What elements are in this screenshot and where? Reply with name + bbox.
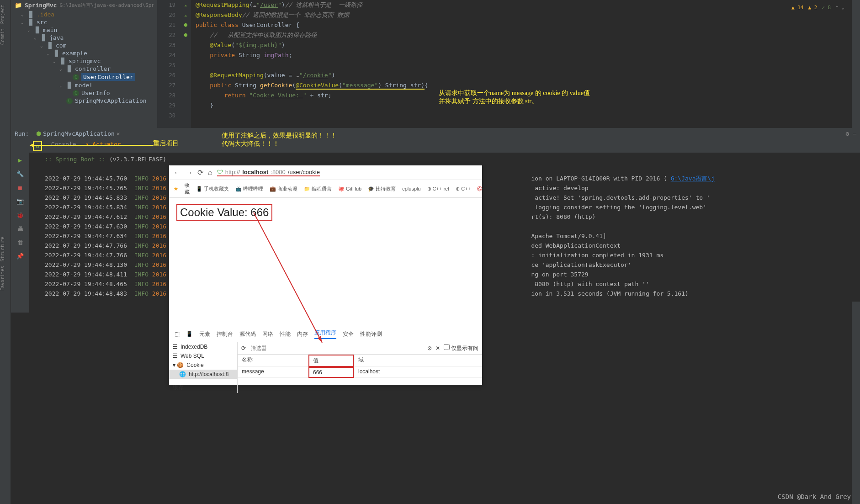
stop-icon[interactable]: ■ bbox=[15, 182, 26, 193]
tree-item[interactable]: ⌄▉.idea bbox=[11, 11, 157, 18]
code-area[interactable]: @RequestMapping(☁"/user")// 这就相当于是 一级路径 … bbox=[191, 0, 849, 128]
project-icon: 📁 bbox=[15, 2, 22, 9]
inspect-icon[interactable]: ⬚ bbox=[175, 331, 180, 337]
folder-icon: ▉ bbox=[66, 66, 73, 72]
bookmark-item[interactable]: 📺 哔哩哔哩 bbox=[235, 186, 263, 192]
sidebar-item[interactable]: ☰ Web SQL bbox=[169, 351, 237, 361]
project-header[interactable]: 📁 SpringMvc G:\Java语言\java-ee-advanced\S… bbox=[11, 0, 157, 11]
class-icon: C bbox=[66, 98, 73, 104]
tree-item[interactable]: ⌄▉com bbox=[11, 42, 157, 49]
folder-icon: ▉ bbox=[28, 11, 34, 18]
close-icon[interactable]: ✕ bbox=[435, 345, 440, 351]
bookmark-item[interactable]: ⊕ C++ ref bbox=[427, 186, 450, 192]
tree-item[interactable]: ⌄▉model bbox=[11, 81, 157, 89]
tree-item[interactable]: ⌄▉controller bbox=[11, 65, 157, 73]
refresh-icon[interactable]: ⟳ bbox=[241, 345, 246, 351]
col-domain[interactable]: 域 bbox=[354, 355, 482, 367]
tab-commit[interactable]: Commit bbox=[0, 28, 5, 45]
line-gutter: 192021222324252627282930 bbox=[157, 0, 180, 128]
rerun-button[interactable]: ↻ bbox=[33, 141, 42, 151]
warning-icon: ▲ 14 bbox=[791, 5, 804, 11]
lock-icon: 🛡 bbox=[217, 169, 223, 175]
tree-item[interactable]: ⌄▉main bbox=[11, 26, 157, 34]
sidebar-item-selected[interactable]: 🌐 http://localhost:8 bbox=[169, 370, 237, 379]
actuator-tab[interactable]: ⚡ Actuator bbox=[85, 141, 121, 151]
tree-item[interactable]: CUserController bbox=[11, 73, 157, 81]
checkbox-only-issues[interactable]: 仅显示有问 bbox=[444, 344, 478, 352]
run-label: Run: bbox=[15, 130, 29, 137]
dev-tab[interactable]: 源代码 bbox=[239, 330, 256, 338]
camera-icon[interactable]: 📷 bbox=[15, 196, 26, 207]
back-icon[interactable]: ← bbox=[174, 169, 181, 177]
ok-icon: ✓ 8 bbox=[822, 5, 831, 11]
bookmark-item[interactable]: ⊕ C++ bbox=[456, 186, 471, 192]
cell-domain[interactable]: localhost bbox=[354, 367, 482, 378]
forward-icon[interactable]: → bbox=[186, 169, 193, 177]
bookmark-item[interactable]: Ⓒ CSDN博 bbox=[477, 186, 482, 192]
cell-name[interactable]: message bbox=[238, 367, 308, 378]
clear-icon[interactable]: ⊘ bbox=[427, 345, 432, 351]
dev-tab[interactable]: 性能 bbox=[280, 330, 291, 338]
col-value[interactable]: 值 bbox=[308, 355, 354, 367]
bug-icon[interactable]: 🐞 bbox=[15, 209, 26, 220]
run-header: Run: ⬢ SpringMvcApplication × ⚙ — bbox=[11, 128, 860, 139]
bookmarks-bar: ★收藏 📱 手机收藏夹 📺 哔哩哔哩 💼 商业动漫 📁 编程语言 🐙 GitHu… bbox=[169, 180, 482, 198]
cache-label: 缓存 bbox=[169, 382, 237, 393]
project-path: G:\Java语言\java-ee-advanced\SpringM bbox=[59, 2, 154, 9]
tree-item[interactable]: ⌄▉springmvc bbox=[11, 57, 157, 65]
class-icon: C bbox=[73, 90, 79, 96]
tool-icon[interactable]: 🔧 bbox=[15, 168, 26, 179]
bookmark-item[interactable]: 🎓 比特教育 bbox=[368, 186, 396, 192]
cell-value[interactable]: 666 bbox=[308, 367, 354, 378]
pin-icon[interactable]: 📌 bbox=[15, 250, 26, 261]
dev-tab[interactable]: 元素 bbox=[199, 330, 210, 338]
run-config-tab[interactable]: ⬢ SpringMvcApplication × bbox=[32, 129, 123, 138]
print-icon[interactable]: 🖶 bbox=[15, 223, 26, 234]
annotation-restart: 重启项目 bbox=[153, 139, 179, 148]
bookmark-item[interactable]: 💼 商业动漫 bbox=[270, 186, 297, 192]
filter-input[interactable] bbox=[250, 344, 424, 352]
bookmark-item[interactable]: 📱 手机收藏夹 bbox=[196, 186, 229, 192]
tree-item[interactable]: CUserInfo bbox=[11, 89, 157, 97]
annotation-below: 使用了注解之后，效果是很明显的！！！ 代码大大降低！！！ bbox=[222, 132, 337, 148]
tree-item[interactable]: ⌄▉example bbox=[11, 49, 157, 57]
browser-content: Cookie Value: 666 bbox=[169, 198, 482, 326]
tree-item[interactable]: CSpringMvcApplication bbox=[11, 97, 157, 105]
response-text: Cookie Value: 666 bbox=[176, 204, 272, 221]
col-name[interactable]: 名称 bbox=[238, 355, 308, 367]
sidebar-item[interactable]: ▾ 🍪 Cookie bbox=[169, 361, 237, 370]
tree-item[interactable]: ⌄▉src bbox=[11, 18, 157, 26]
folder-icon: ▉ bbox=[66, 82, 73, 89]
url-bar[interactable]: 🛡 http://localhost:8080/user/cookie bbox=[217, 169, 320, 176]
trash-icon[interactable]: 🗑 bbox=[15, 237, 26, 248]
code-editor[interactable]: 192021222324252627282930 ☁☁⬢⬢ @RequestMa… bbox=[157, 0, 849, 128]
tab-structure[interactable]: Structure bbox=[0, 237, 5, 261]
watermark: CSDN @Dark And Grey bbox=[778, 493, 851, 500]
bookmark-item[interactable]: 📁 编程语言 bbox=[304, 186, 332, 192]
rerun-icon[interactable]: ▶ bbox=[15, 154, 26, 165]
device-icon[interactable]: 📱 bbox=[186, 331, 193, 337]
tab-favorites[interactable]: Favorites bbox=[0, 266, 5, 291]
dev-tab[interactable]: 内存 bbox=[297, 330, 308, 338]
devtools: ⬚ 📱 元素 控制台 源代码 网络 性能 内存 应用程序 安全 性能评测 ☰ I… bbox=[169, 326, 482, 393]
bookmark-item[interactable]: 🐙 GitHub bbox=[338, 186, 361, 192]
sidebar-item[interactable]: ☰ IndexedDB bbox=[169, 342, 237, 351]
browser-toolbar: ← → ⟳ ⌂ 🛡 http://localhost:8080/user/coo… bbox=[169, 165, 482, 180]
project-tree: 📁 SpringMvc G:\Java语言\java-ee-advanced\S… bbox=[11, 0, 157, 128]
browser-window: ← → ⟳ ⌂ 🛡 http://localhost:8080/user/coo… bbox=[169, 165, 482, 385]
dev-tab[interactable]: 性能评测 bbox=[360, 330, 382, 338]
dev-tab[interactable]: 网络 bbox=[262, 330, 273, 338]
tree-item[interactable]: ⌄▉java bbox=[11, 34, 157, 42]
console-tab[interactable]: Console bbox=[51, 141, 76, 151]
dev-tab[interactable]: 安全 bbox=[343, 330, 354, 338]
dev-tab[interactable]: 控制台 bbox=[217, 330, 233, 338]
star-icon: ★ bbox=[174, 186, 178, 192]
tab-project[interactable]: Project bbox=[0, 5, 5, 24]
devtools-sidebar: ☰ IndexedDB ☰ Web SQL ▾ 🍪 Cookie 🌐 http:… bbox=[169, 342, 238, 393]
home-icon[interactable]: ⌂ bbox=[208, 169, 212, 177]
settings-icon[interactable]: ⚙ — bbox=[846, 130, 856, 137]
dev-tab-active[interactable]: 应用程序 bbox=[314, 329, 336, 339]
reload-icon[interactable]: ⟳ bbox=[197, 168, 203, 177]
bookmark-item[interactable]: cplusplu bbox=[402, 186, 420, 191]
project-name: SpringMvc bbox=[25, 2, 57, 9]
